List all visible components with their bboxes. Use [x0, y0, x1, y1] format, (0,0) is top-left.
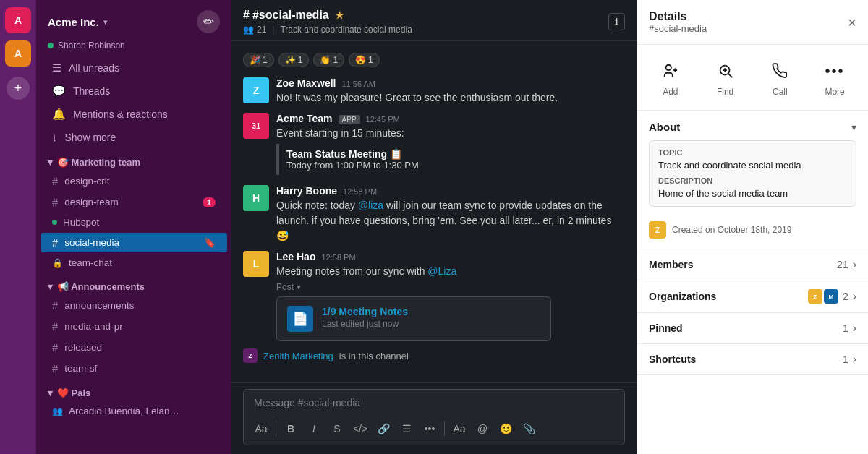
reactions-bar: 🎉 1 ✨ 1 👏 1 😍 1 [243, 50, 625, 73]
organizations-chevron-icon: › [853, 290, 856, 303]
details-header: Details #social-media × [637, 0, 868, 45]
about-section-header[interactable]: About ▾ [637, 111, 868, 140]
hash-icon: # [52, 320, 58, 333]
topic-box: Topic Track and coordinate social media … [649, 140, 856, 207]
detail-action-add[interactable]: Add [650, 53, 691, 101]
nav-show-more[interactable]: ↓ Show more [41, 127, 227, 147]
message-text: Event starting in 15 minutes: [276, 126, 625, 141]
workspace-name[interactable]: Acme Inc. ▾ [48, 16, 107, 28]
link-button[interactable]: 🔗 [373, 419, 393, 439]
format-button[interactable]: Aa [251, 419, 271, 439]
info-button[interactable]: ℹ [608, 13, 625, 30]
channel-team-sf[interactable]: # team-sf [41, 359, 227, 378]
shortcuts-row[interactable]: Shortcuts 1 › [637, 344, 868, 375]
emoji-button[interactable]: 🙂 [495, 419, 516, 439]
message-content: Lee Hao 12:58 PM Meeting notes from our … [276, 251, 625, 341]
nav-mentions-reactions[interactable]: 🔔 Mentions & reactions [41, 103, 227, 125]
svg-line-4 [728, 74, 732, 77]
channel-social-media[interactable]: # social-media 🔖 [41, 233, 227, 252]
mention[interactable]: @liza [358, 200, 383, 211]
organizations-row-right: Z M 2 › [808, 289, 856, 304]
dm-arcadio[interactable]: 👥 Arcadio Buendia, Leland Ygle... [41, 402, 227, 420]
reaction-emoji: 👏 [320, 55, 331, 65]
hash-icon: # [52, 196, 58, 208]
bold-button[interactable]: B [281, 419, 301, 439]
workspace-icon-1[interactable]: A [5, 7, 31, 33]
show-more-icon: ↓ [52, 131, 58, 143]
add-workspace-button[interactable]: + [7, 77, 30, 100]
mentions-icon: 🔔 [52, 108, 66, 121]
post-card[interactable]: 📄 1/9 Meeting Notes Last edited just now [276, 296, 551, 341]
nav-threads[interactable]: 💬 Threads [41, 80, 227, 102]
channel-hubspot[interactable]: Hubspot [41, 213, 227, 231]
message-author: Harry Boone [276, 185, 337, 197]
chat-area: # #social-media ★ 👥 21 | Track and coord… [231, 0, 637, 454]
detail-action-find[interactable]: Find [705, 53, 746, 101]
avatar: Z [243, 77, 269, 103]
org-avatar-1: Z [808, 289, 822, 304]
hash-icon: # [52, 299, 58, 312]
message-row: H Harry Boone 12:58 PM Quick note: today… [243, 182, 625, 247]
post-label[interactable]: Post ▾ [276, 282, 625, 292]
italic-button[interactable]: I [304, 419, 324, 439]
new-message-button[interactable]: ✏ [197, 10, 220, 33]
shortcuts-count: 1 [843, 354, 848, 365]
details-actions: Add Find Call ••• More [637, 45, 868, 111]
detail-action-more[interactable]: ••• More [814, 53, 855, 101]
channel-released[interactable]: # released [41, 338, 227, 357]
organizations-row[interactable]: Organizations Z M 2 › [637, 280, 868, 313]
quote-subtitle: Today from 1:00 PM to 1:30 PM [286, 160, 618, 171]
reaction-clap[interactable]: 👏 1 [313, 53, 344, 67]
reaction-party[interactable]: 🎉 1 [243, 53, 274, 67]
section-marketing-team[interactable]: ▾ 🎯 Marketing team [36, 148, 231, 171]
code-button[interactable]: </> [350, 419, 370, 439]
creator-text: Created on October 18th, 2019 [672, 225, 791, 235]
mention[interactable]: @Liza [427, 265, 456, 277]
workspace-icon-2[interactable]: A [5, 40, 31, 67]
list-button[interactable]: ☰ [396, 419, 417, 439]
shortcuts-label: Shortcuts [649, 354, 696, 365]
reaction-count: 1 [333, 55, 338, 65]
pinned-row[interactable]: Pinned 1 › [637, 313, 868, 344]
channel-design-crit[interactable]: # design-crit [41, 171, 227, 191]
find-action-label: Find [717, 87, 733, 97]
chat-header-actions: ℹ [608, 13, 625, 30]
channel-media-and-pr[interactable]: # media-and-pr [41, 317, 227, 336]
channel-announcements[interactable]: # announcements [41, 296, 227, 315]
all-unreads-icon: ☰ [52, 61, 61, 74]
star-icon[interactable]: ★ [335, 9, 344, 21]
dm-avatar-icon: 👥 [52, 406, 63, 416]
more-format-button[interactable]: ••• [420, 419, 440, 439]
section-collapse-icon: ▾ [48, 281, 53, 292]
bookmark-icon: 🔖 [204, 237, 216, 248]
members-row[interactable]: Members 21 › [637, 249, 868, 280]
close-details-button[interactable]: × [848, 15, 856, 30]
message-content: Harry Boone 12:58 PM Quick note: today @… [276, 185, 625, 244]
section-pals[interactable]: ▾ ❤️ Pals [36, 379, 231, 401]
detail-action-call[interactable]: Call [760, 53, 800, 101]
message-input[interactable] [244, 390, 624, 416]
reaction-sparkle[interactable]: ✨ 1 [278, 53, 310, 67]
reaction-heart-eyes[interactable]: 😍 1 [349, 53, 380, 67]
message-author: Lee Hao [276, 251, 315, 262]
nav-all-unreads[interactable]: ☰ All unreads [41, 57, 227, 79]
chat-messages: 🎉 1 ✨ 1 👏 1 😍 1 Z Zoe Maxwel [231, 41, 637, 382]
avatar: H [243, 185, 269, 211]
organizations-row-left: Organizations [649, 291, 716, 302]
reaction-emoji: 😍 [355, 55, 366, 65]
section-announcements[interactable]: ▾ 📢 Announcements [36, 273, 231, 295]
channel-design-team[interactable]: # design-team 1 [41, 192, 227, 212]
mention-button[interactable]: @ [472, 419, 493, 439]
quote-block: Team Status Meeting 📋 Today from 1:00 PM… [276, 144, 625, 175]
message-header: Lee Hao 12:58 PM [276, 251, 625, 262]
channel-team-chat[interactable]: 🔒 team-chat [41, 254, 227, 272]
text-size-button[interactable]: Aa [449, 419, 469, 439]
details-title: Details [649, 10, 707, 23]
message-text: No! It was my pleasure! Great to see the… [276, 90, 625, 106]
message-text: Meeting notes from our sync with @Liza [276, 264, 625, 279]
attachment-button[interactable]: 📎 [519, 419, 539, 439]
message-author: Acme Team [276, 113, 333, 124]
members-chevron-icon: › [853, 258, 856, 271]
strikethrough-button[interactable]: S [327, 419, 347, 439]
reaction-emoji: ✨ [285, 55, 296, 65]
